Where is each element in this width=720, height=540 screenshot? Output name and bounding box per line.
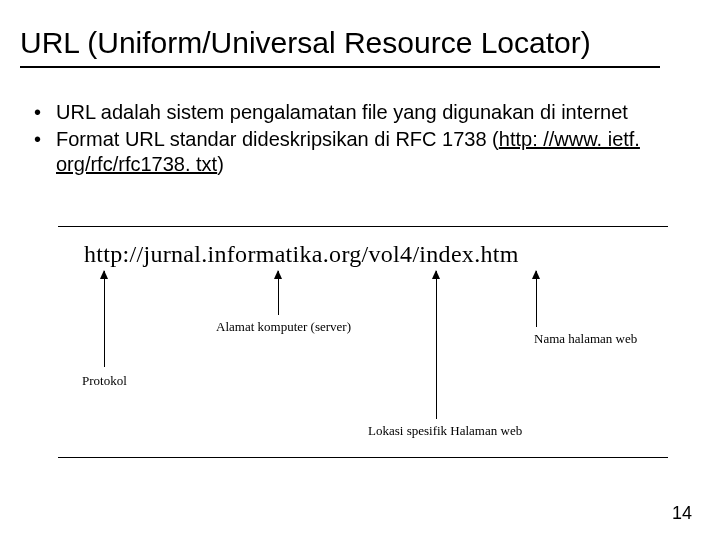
label-page: Nama halaman web — [534, 331, 637, 347]
arrow-path — [436, 271, 437, 419]
bullet-item: • URL adalah sistem pengalamatan file ya… — [34, 100, 674, 125]
label-protocol: Protokol — [82, 373, 127, 389]
url-example-text: http://jurnal.informatika.org/vol4/index… — [84, 241, 519, 268]
label-path: Lokasi spesifik Halaman web — [368, 423, 522, 439]
slide-title: URL (Uniform/Universal Resource Locator) — [20, 26, 591, 60]
bullet-dot: • — [34, 100, 56, 125]
bullet-list: • URL adalah sistem pengalamatan file ya… — [34, 100, 674, 179]
title-underline — [20, 66, 660, 68]
url-diagram: http://jurnal.informatika.org/vol4/index… — [58, 226, 668, 458]
bullet-dot: • — [34, 127, 56, 177]
slide: URL (Uniform/Universal Resource Locator)… — [0, 0, 720, 540]
bullet-item: • Format URL standar dideskripsikan di R… — [34, 127, 674, 177]
bullet-text: URL adalah sistem pengalamatan file yang… — [56, 100, 674, 125]
arrow-protocol — [104, 271, 105, 367]
arrow-server — [278, 271, 279, 315]
label-server: Alamat komputer (server) — [216, 319, 351, 335]
page-number: 14 — [672, 503, 692, 524]
bullet-text: Format URL standar dideskripsikan di RFC… — [56, 127, 674, 177]
bullet-text-post: ) — [217, 153, 224, 175]
bullet-text-pre: Format URL standar dideskripsikan di RFC… — [56, 128, 499, 150]
arrow-page — [536, 271, 537, 327]
